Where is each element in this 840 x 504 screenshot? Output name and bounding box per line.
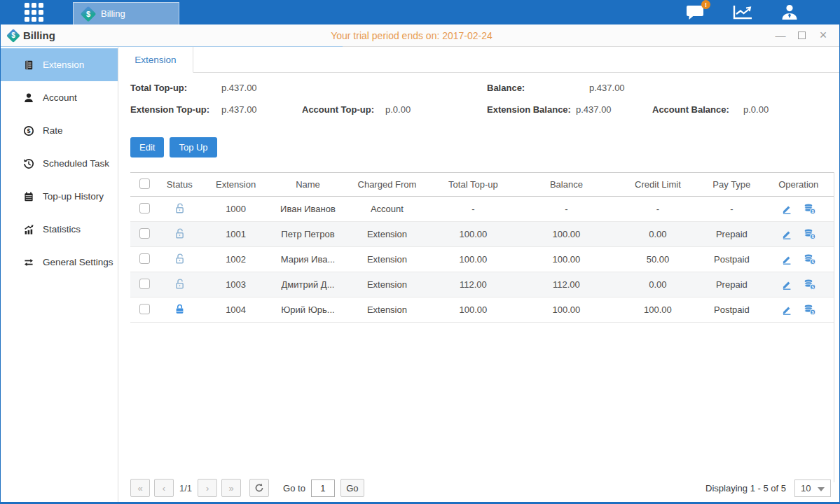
total-topup-value: p.437.00: [221, 83, 257, 93]
account-topup-label: Account Top-up:: [302, 104, 374, 115]
sidebar-label: Statistics: [43, 224, 81, 234]
top-up-button[interactable]: Top Up: [170, 137, 216, 158]
edit-row-button[interactable]: [781, 204, 792, 215]
extension-table: Status Extension Name Charged From Total…: [130, 172, 834, 323]
minimize-icon[interactable]: —: [776, 31, 785, 41]
statistics-icon: [23, 224, 34, 235]
journal-icon: [23, 59, 34, 71]
user-account-icon[interactable]: [780, 4, 799, 20]
goto-page-input[interactable]: [311, 479, 335, 497]
app-tab-billing[interactable]: Billing: [73, 2, 179, 24]
topup-coins-icon: $: [804, 228, 816, 240]
cell-status: [158, 272, 200, 298]
row-checkbox[interactable]: [139, 203, 150, 214]
table-row: 1000Иван ИвановAccount----$: [130, 197, 834, 222]
cell-extension: 1000: [200, 197, 270, 222]
sidebar-item-scheduled-task[interactable]: Scheduled Task: [1, 147, 118, 180]
cell-name: Мария Ива...: [271, 247, 345, 272]
settings-sliders-icon: [23, 257, 34, 268]
edit-pencil-icon: [781, 204, 792, 215]
page-size-select[interactable]: 10: [794, 479, 831, 497]
reports-chart-icon[interactable]: [733, 5, 752, 20]
cell-credit-limit: 100.00: [616, 298, 700, 323]
cell-balance: 100.00: [517, 247, 616, 272]
sidebar-label: General Settings: [43, 257, 113, 267]
unlocked-icon: [174, 227, 186, 239]
row-checkbox[interactable]: [139, 279, 150, 289]
edit-button[interactable]: Edit: [130, 137, 164, 158]
edit-row-button[interactable]: [781, 229, 792, 240]
pagination-bar: « ‹ 1/1 › » Go to Go Displaying 1 - 5 of…: [130, 479, 831, 497]
row-checkbox[interactable]: [139, 228, 150, 239]
cell-credit-limit: -: [616, 197, 700, 222]
cell-name: Иван Иванов: [271, 197, 345, 222]
tab-extension[interactable]: Extension: [118, 47, 193, 73]
last-page-button[interactable]: »: [221, 479, 241, 497]
sidebar-label: Scheduled Task: [43, 158, 109, 169]
edit-row-button[interactable]: [781, 254, 792, 265]
cell-status: [158, 298, 200, 323]
cell-charged-from: Extension: [345, 298, 429, 323]
col-status: Status: [158, 173, 200, 197]
sidebar-item-rate[interactable]: $ Rate: [1, 114, 118, 147]
notifications-icon[interactable]: !: [686, 4, 705, 20]
select-all-checkbox[interactable]: [139, 178, 150, 189]
sidebar-item-extension[interactable]: Extension: [1, 48, 118, 81]
first-page-button[interactable]: «: [130, 479, 150, 497]
topup-row-button[interactable]: $: [804, 228, 816, 240]
app-tab-label: Billing: [101, 8, 125, 19]
close-icon[interactable]: ×: [818, 31, 828, 41]
refresh-button[interactable]: [249, 479, 269, 497]
topup-coins-icon: $: [804, 304, 816, 316]
notification-badge: !: [701, 0, 710, 9]
col-total-topup: Total Top-up: [429, 173, 518, 197]
balance-summary: Total Top-up: p.437.00 Balance: p.437.00…: [118, 83, 839, 129]
row-checkbox[interactable]: [139, 253, 150, 264]
cell-extension: 1002: [200, 247, 270, 272]
sidebar: Extension Account $ Rate Scheduled Task …: [1, 47, 118, 502]
main-content: Extension Total Top-up: p.437.00 Balance…: [118, 47, 839, 502]
cell-total-topup: 100.00: [429, 298, 518, 323]
total-topup-label: Total Top-up:: [130, 83, 187, 93]
cell-credit-limit: 50.00: [616, 247, 700, 272]
prev-page-button[interactable]: ‹: [154, 479, 174, 497]
topup-row-button[interactable]: $: [804, 279, 816, 290]
cell-name: Петр Петров: [271, 222, 345, 247]
cell-extension: 1003: [200, 272, 270, 298]
topup-coins-icon: $: [804, 203, 816, 215]
cell-balance: 112.00: [517, 272, 616, 298]
edit-row-button[interactable]: [781, 304, 792, 316]
col-pay-type: Pay Type: [700, 173, 763, 197]
extension-topup-value: p.437.00: [221, 104, 257, 115]
sidebar-item-statistics[interactable]: Statistics: [1, 213, 118, 246]
window-title: Billing: [6, 29, 55, 43]
sidebar-item-topup-history[interactable]: Top-up History: [1, 180, 118, 213]
edit-row-button[interactable]: [781, 279, 792, 290]
account-topup-value: p.0.00: [385, 104, 411, 115]
next-page-button[interactable]: ›: [198, 479, 217, 497]
cell-name: Дмитрий Д...: [271, 272, 345, 298]
col-operation: Operation: [764, 173, 834, 197]
sidebar-label: Account: [43, 92, 77, 103]
account-balance-value: p.0.00: [743, 104, 769, 115]
table-header-row: Status Extension Name Charged From Total…: [130, 173, 834, 197]
topup-row-button[interactable]: $: [804, 253, 816, 265]
goto-label: Go to: [283, 483, 305, 493]
cell-pay-type: Postpaid: [700, 298, 763, 323]
cell-pay-type: Postpaid: [700, 247, 763, 272]
sidebar-item-general-settings[interactable]: General Settings: [1, 246, 118, 279]
table-row: 1001Петр ПетровExtension100.00100.000.00…: [130, 222, 834, 247]
go-button[interactable]: Go: [340, 479, 364, 497]
topup-row-button[interactable]: $: [804, 304, 816, 316]
col-name: Name: [271, 173, 345, 197]
sidebar-item-account[interactable]: Account: [1, 81, 118, 114]
billing-title-icon: [6, 29, 20, 43]
cell-balance: -: [517, 197, 616, 222]
cell-balance: 100.00: [517, 298, 616, 323]
row-checkbox[interactable]: [139, 304, 150, 314]
maximize-icon[interactable]: [798, 31, 806, 39]
unlocked-icon: [174, 253, 186, 265]
apps-grid-icon[interactable]: [25, 3, 43, 22]
cell-credit-limit: 0.00: [616, 222, 700, 247]
topup-row-button[interactable]: $: [804, 203, 816, 215]
